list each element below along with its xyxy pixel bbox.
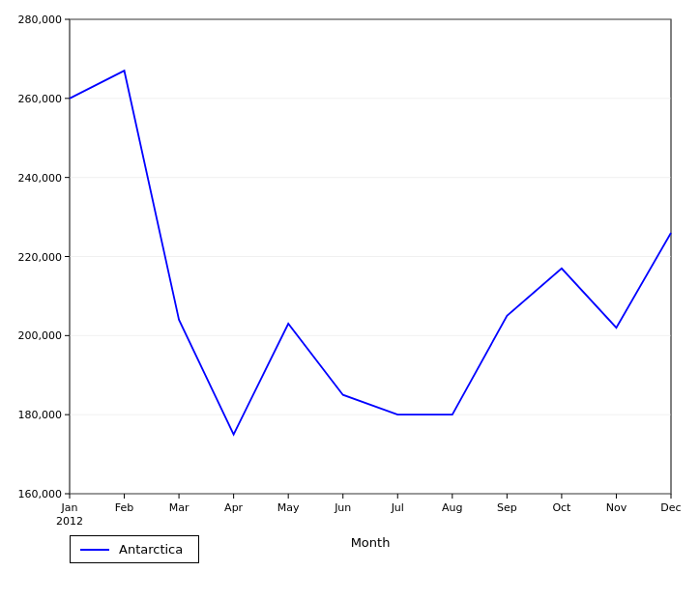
svg-text:240,000: 240,000 bbox=[18, 172, 63, 185]
svg-text:May: May bbox=[277, 501, 300, 514]
svg-text:Mar: Mar bbox=[169, 501, 190, 514]
svg-text:Jul: Jul bbox=[391, 501, 404, 514]
svg-text:Month: Month bbox=[351, 535, 391, 550]
chart-container: 160,000180,000200,000220,000240,000260,0… bbox=[0, 0, 700, 600]
svg-text:Dec: Dec bbox=[660, 501, 681, 514]
svg-text:Apr: Apr bbox=[224, 501, 244, 514]
svg-text:280,000: 280,000 bbox=[18, 14, 63, 26]
svg-text:Nov: Nov bbox=[606, 501, 627, 514]
legend-line-icon bbox=[80, 549, 109, 551]
svg-text:Jan: Jan bbox=[61, 501, 78, 514]
legend-label: Antarctica bbox=[119, 542, 183, 557]
svg-text:200,000: 200,000 bbox=[18, 329, 63, 342]
svg-text:Aug: Aug bbox=[442, 501, 462, 514]
svg-text:2012: 2012 bbox=[56, 515, 83, 528]
svg-text:Oct: Oct bbox=[552, 501, 571, 514]
svg-text:260,000: 260,000 bbox=[18, 93, 63, 105]
legend-box: Antarctica bbox=[70, 535, 199, 563]
svg-text:Feb: Feb bbox=[115, 501, 133, 514]
svg-text:220,000: 220,000 bbox=[18, 251, 63, 264]
svg-text:160,000: 160,000 bbox=[18, 488, 63, 500]
svg-text:Jun: Jun bbox=[334, 501, 351, 514]
chart-svg: 160,000180,000200,000220,000240,000260,0… bbox=[0, 0, 700, 600]
svg-text:Sep: Sep bbox=[497, 501, 517, 514]
svg-text:180,000: 180,000 bbox=[18, 409, 63, 421]
